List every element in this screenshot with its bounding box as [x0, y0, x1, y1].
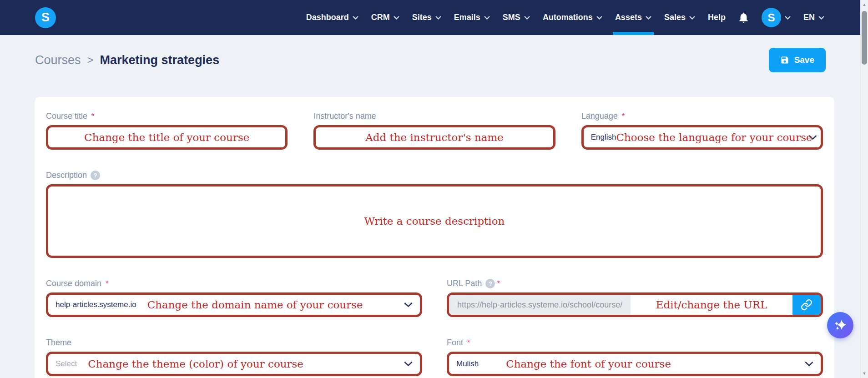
language-label: Language*: [581, 111, 823, 121]
url-path-input[interactable]: Edit/change the URL: [631, 299, 792, 311]
nav-item-automations[interactable]: Automations: [543, 0, 602, 35]
theme-select[interactable]: Select Change the theme (color) of your …: [46, 352, 422, 376]
chevron-down-icon: [484, 16, 490, 20]
course-domain-label: Course domain*: [46, 279, 422, 288]
url-path-label: URL Path ?*: [447, 279, 823, 288]
annotation-theme: Change the theme (color) of your course: [88, 358, 303, 370]
instructor-name-label: Instructor's name: [313, 111, 555, 121]
nav-item-sms[interactable]: SMS: [503, 0, 530, 35]
required-marker: *: [106, 279, 109, 288]
app-logo-letter: S: [41, 10, 50, 25]
course-domain-value: help-articles.systeme.io: [56, 300, 136, 309]
course-title-input[interactable]: Change the title of your course: [46, 125, 288, 150]
field-language: Language* English Choose the language fo…: [581, 111, 823, 150]
notifications-bell-icon[interactable]: [738, 12, 749, 23]
breadcrumb-separator: >: [87, 54, 94, 66]
required-marker: *: [497, 279, 500, 288]
annotation-url-path: Edit/change the URL: [656, 299, 767, 311]
required-marker: *: [91, 112, 95, 121]
nav-item-label: Dashboard: [306, 13, 349, 22]
course-domain-select[interactable]: help-articles.systeme.io Change the doma…: [46, 292, 422, 317]
app-logo[interactable]: S: [35, 7, 56, 28]
annotation-course-domain: Change the domain name of your course: [147, 299, 363, 311]
field-instructor-name: Instructor's name Add the instructor's n…: [313, 111, 555, 150]
chevron-down-icon: [805, 362, 813, 367]
nav-menu: Dashboard CRM Sites Emails SMS Automatio…: [306, 0, 824, 35]
instructor-name-input[interactable]: Add the instructor's name: [313, 125, 555, 150]
user-menu[interactable]: S: [762, 8, 791, 27]
avatar-letter: S: [767, 11, 775, 24]
chevron-down-icon: [646, 16, 651, 20]
chevron-down-icon: [404, 362, 413, 367]
annotation-course-title: Change the title of your course: [84, 131, 249, 143]
field-course-domain: Course domain* help-articles.systeme.io …: [46, 279, 422, 317]
language-switcher[interactable]: EN: [803, 13, 824, 22]
annotation-description: Write a course description: [364, 215, 505, 227]
scroll-up-arrow[interactable]: ▲: [861, 1, 868, 8]
chevron-down-icon: [404, 302, 413, 307]
ai-assistant-button[interactable]: [827, 312, 853, 338]
save-button[interactable]: Save: [769, 48, 826, 72]
sparkles-icon: [833, 318, 848, 333]
nav-item-sites[interactable]: Sites: [412, 0, 441, 35]
chevron-down-icon: [596, 16, 602, 20]
font-label: Font*: [447, 338, 823, 348]
required-marker: *: [622, 112, 625, 121]
chevron-down-icon: [435, 16, 441, 20]
save-button-label: Save: [794, 55, 814, 65]
language-select[interactable]: English Choose the language for your cou…: [581, 125, 823, 150]
annotation-font: Change the font of your course: [506, 358, 671, 370]
language-value: English: [591, 133, 616, 142]
nav-item-emails[interactable]: Emails: [454, 0, 490, 35]
copy-link-button[interactable]: [792, 295, 821, 315]
nav-item-label: Emails: [454, 13, 480, 22]
nav-item-assets[interactable]: Assets: [615, 0, 651, 35]
scroll-down-arrow[interactable]: ▼: [861, 370, 868, 377]
font-value: Mulish: [456, 359, 479, 368]
breadcrumb: Courses > Marketing strategies: [35, 53, 219, 67]
nav-item-label: Assets: [615, 13, 642, 22]
chevron-down-icon: [394, 16, 399, 20]
field-font: Font* Mulish Change the font of your cou…: [447, 338, 823, 376]
course-title-label: Course title*: [46, 111, 288, 121]
chevron-down-icon: [785, 16, 791, 20]
chevron-down-icon: [689, 16, 695, 20]
top-nav: S Dashboard CRM Sites Emails SMS Automat…: [0, 0, 868, 35]
nav-item-crm[interactable]: CRM: [371, 0, 399, 35]
nav-item-label: SMS: [503, 13, 520, 22]
help-icon[interactable]: ?: [91, 171, 100, 180]
nav-item-help[interactable]: Help: [708, 0, 726, 35]
save-floppy-icon: [780, 55, 789, 65]
field-url-path: URL Path ?* https://help-articles.system…: [447, 279, 823, 317]
nav-item-label: Sites: [412, 13, 432, 22]
link-icon: [801, 299, 812, 311]
nav-item-label: Automations: [543, 13, 593, 22]
description-label: Description ?: [46, 171, 823, 180]
theme-label: Theme: [46, 338, 422, 348]
chevron-down-icon: [818, 16, 824, 20]
scrollbar-thumb[interactable]: [862, 11, 867, 65]
nav-item-sales[interactable]: Sales: [664, 0, 695, 35]
annotation-language: Choose the language for your course: [616, 131, 812, 143]
course-settings-card: Course title* Change the title of your c…: [35, 97, 834, 378]
breadcrumb-courses-link[interactable]: Courses: [35, 53, 81, 67]
field-description: Description ? Write a course description: [46, 171, 823, 258]
annotation-instructor-name: Add the instructor's name: [365, 131, 504, 143]
description-textarea[interactable]: Write a course description: [46, 184, 823, 258]
theme-placeholder: Select: [56, 359, 77, 368]
user-avatar: S: [762, 8, 781, 27]
nav-item-label: Help: [708, 13, 726, 22]
vertical-scrollbar: ▲ ▼: [860, 0, 868, 378]
font-select[interactable]: Mulish Change the font of your course: [447, 352, 823, 376]
nav-item-label: CRM: [371, 13, 390, 22]
field-theme: Theme Select Change the theme (color) of…: [46, 338, 422, 376]
page-title: Marketing strategies: [100, 53, 220, 67]
required-marker: *: [467, 338, 470, 348]
nav-item-dashboard[interactable]: Dashboard: [306, 0, 358, 35]
help-icon[interactable]: ?: [485, 279, 495, 288]
page-header: Courses > Marketing strategies Save: [0, 35, 868, 72]
url-path-prefix: https://help-articles.systeme.io/school/…: [449, 295, 631, 315]
field-course-title: Course title* Change the title of your c…: [46, 111, 288, 150]
chevron-down-icon: [524, 16, 530, 20]
nav-item-label: Sales: [664, 13, 686, 22]
